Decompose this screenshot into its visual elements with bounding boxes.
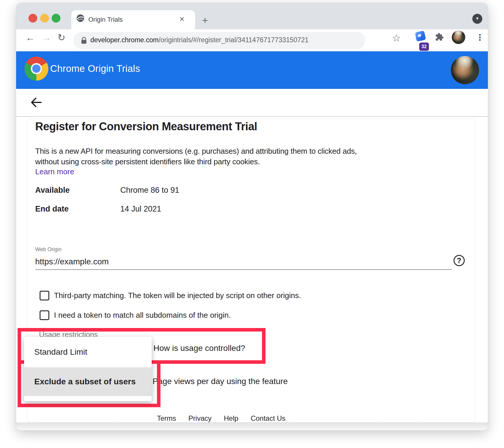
learn-more-link[interactable]: Learn more [35, 167, 74, 176]
third-party-checkbox-label[interactable]: Third-party matching. The token will be … [54, 291, 301, 300]
third-party-checkbox-row[interactable]: Third-party matching. The token will be … [40, 290, 301, 300]
tab-strip: Origin Trials ✕ + ▾ [16, 3, 488, 29]
forward-button[interactable]: → [42, 33, 51, 42]
page-footer: Terms Privacy Help Contact Us [157, 414, 285, 422]
trial-description-line1: This is a new API for measuring conversi… [35, 147, 357, 156]
window-chevron-down-icon[interactable]: ▾ [472, 14, 482, 24]
lock-icon [80, 36, 87, 45]
extensions-puzzle-icon[interactable] [435, 33, 444, 41]
new-tab-button[interactable]: + [202, 15, 208, 25]
profile-avatar[interactable] [452, 31, 465, 44]
footer-link-contact[interactable]: Contact Us [251, 414, 285, 422]
bookmark-star-icon[interactable]: ☆ [392, 32, 401, 44]
subdomains-checkbox[interactable] [40, 310, 49, 320]
url-domain: developer.chrome.com [90, 36, 159, 44]
trial-description-line2: without using cross-site persistent iden… [35, 157, 260, 166]
browser-window: Origin Trials ✕ + ▾ ← → ↻ developer.chro… [16, 3, 488, 430]
traffic-light-minimize[interactable] [40, 14, 49, 23]
web-origin-input[interactable]: https://example.com [35, 257, 109, 266]
more-menu-icon[interactable]: ⋮ [476, 32, 484, 43]
extension-icon-blue[interactable] [415, 31, 426, 42]
third-party-checkbox[interactable] [40, 291, 49, 300]
url-text: developer.chrome.com/origintrials/#/regi… [90, 36, 309, 44]
page-back-row [16, 89, 488, 116]
traffic-light-close[interactable] [28, 14, 37, 23]
back-button[interactable]: ← [26, 33, 35, 42]
traffic-light-zoom[interactable] [52, 14, 60, 23]
subdomains-checkbox-label[interactable]: I need a token to match all subdomains o… [54, 311, 231, 320]
end-date-value: 14 Jul 2021 [120, 204, 161, 214]
app-header: Chrome Origin Trials [16, 51, 488, 89]
web-origin-underline[interactable] [35, 269, 452, 270]
account-avatar[interactable] [451, 56, 479, 84]
tab-title: Origin Trials [88, 16, 123, 23]
end-date-label: End date [35, 204, 69, 214]
screenshot-stage: Origin Trials ✕ + ▾ ← → ↻ developer.chro… [0, 0, 504, 448]
window-bottom-strip [16, 422, 488, 430]
available-value: Chrome 86 to 91 [120, 186, 179, 195]
divider [16, 116, 488, 117]
page-title: Register for Conversion Measurement Tria… [35, 120, 257, 133]
footer-link-privacy[interactable]: Privacy [188, 414, 212, 422]
page-back-arrow-icon[interactable] [29, 95, 43, 109]
subdomains-checkbox-row[interactable]: I need a token to match all subdomains o… [40, 310, 231, 320]
usage-restrictions-dropdown: Standard Limit Exclude a subset of users [24, 337, 152, 401]
tab-close-icon[interactable]: ✕ [179, 16, 185, 23]
available-label: Available [35, 186, 70, 195]
chrome-logo-icon [24, 57, 48, 81]
url-path: /origintrials/#/register_trial/341147671… [159, 36, 309, 44]
dropdown-option-standard-limit[interactable]: Standard Limit [24, 337, 152, 367]
dropdown-option-exclude-subset[interactable]: Exclude a subset of users [24, 367, 152, 396]
app-header-title: Chrome Origin Trials [50, 63, 140, 74]
web-origin-label: Web Origin [35, 246, 62, 253]
address-bar[interactable]: developer.chrome.com/origintrials/#/regi… [73, 32, 365, 49]
help-icon[interactable]: ? [454, 255, 465, 266]
footer-link-terms[interactable]: Terms [157, 414, 176, 422]
tab-origin-trials[interactable]: Origin Trials ✕ [71, 10, 195, 29]
footer-link-help[interactable]: Help [224, 414, 238, 422]
page-views-helper-text: Page views per day using the feature [153, 377, 288, 386]
globe-favicon-icon [76, 14, 84, 22]
extension-badge: 32 [419, 43, 429, 51]
reload-button[interactable]: ↻ [57, 33, 65, 42]
usage-helper-text: How is usage controlled? [153, 344, 245, 353]
